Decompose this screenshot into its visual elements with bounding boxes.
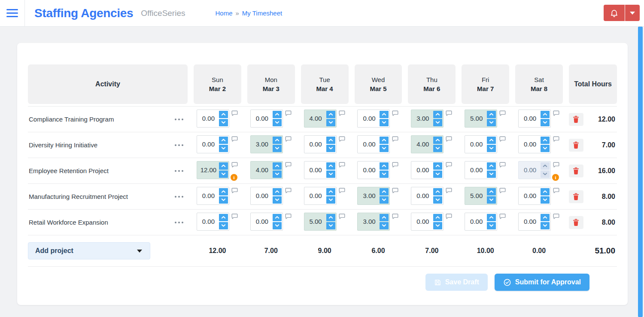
spinner-down-icon[interactable] xyxy=(541,145,550,152)
comment-icon[interactable] xyxy=(231,136,238,142)
spinner-down-icon[interactable] xyxy=(487,222,496,229)
spinner-down-icon[interactable] xyxy=(487,119,496,126)
spinner-down-icon[interactable] xyxy=(326,222,335,229)
comment-icon[interactable] xyxy=(553,213,560,219)
row-options-menu-icon[interactable] xyxy=(172,142,188,149)
comment-icon[interactable] xyxy=(553,110,560,116)
hours-input[interactable]: 3.00 xyxy=(250,135,283,153)
delete-row-button[interactable] xyxy=(569,190,583,203)
comment-icon[interactable] xyxy=(446,136,453,142)
comment-icon[interactable] xyxy=(392,136,399,142)
hours-input[interactable]: 0.00 xyxy=(465,135,497,153)
row-options-menu-icon[interactable] xyxy=(172,116,188,123)
spinner-up-icon[interactable] xyxy=(433,188,442,195)
spinner-up-icon[interactable] xyxy=(326,188,335,195)
comment-icon[interactable] xyxy=(553,188,560,194)
row-options-menu-icon[interactable] xyxy=(172,168,188,174)
spinner-up-icon[interactable] xyxy=(326,111,335,118)
spinner-up-icon[interactable] xyxy=(273,162,282,170)
hours-input[interactable]: 5.00 xyxy=(304,213,337,231)
hours-input[interactable]: 0.00 xyxy=(197,135,229,153)
spinner-up-icon[interactable] xyxy=(487,111,496,118)
spinner-up-icon[interactable] xyxy=(380,214,389,221)
hours-input[interactable]: 3.00 xyxy=(357,187,390,205)
spinner-down-icon[interactable] xyxy=(380,171,389,178)
comment-icon[interactable] xyxy=(499,136,506,142)
spinner-down-icon[interactable] xyxy=(541,196,550,204)
comment-icon[interactable] xyxy=(499,188,506,194)
save-draft-button[interactable]: Save Draft xyxy=(425,274,488,291)
spinner-down-icon[interactable] xyxy=(380,119,389,126)
row-options-menu-icon[interactable] xyxy=(172,219,188,226)
spinner-up-icon[interactable] xyxy=(219,111,228,118)
comment-icon[interactable] xyxy=(285,213,292,219)
hamburger-menu-icon[interactable] xyxy=(0,0,25,26)
comment-icon[interactable] xyxy=(499,162,506,168)
notifications-button[interactable] xyxy=(604,5,625,21)
comment-icon[interactable] xyxy=(392,162,399,168)
breadcrumb-home-link[interactable]: Home xyxy=(215,9,232,17)
vertical-scrollbar[interactable] xyxy=(638,27,643,317)
comment-icon[interactable] xyxy=(231,162,238,168)
spinner-down-icon[interactable] xyxy=(273,222,282,229)
hours-input[interactable]: 0.00 xyxy=(411,213,444,231)
spinner-down-icon[interactable] xyxy=(433,196,442,204)
hours-input[interactable]: 0.00 xyxy=(357,135,390,153)
delete-row-button[interactable] xyxy=(569,139,583,152)
hours-input[interactable]: 0.00 xyxy=(411,161,444,179)
comment-icon[interactable] xyxy=(285,110,292,116)
hours-input[interactable]: 5.00 xyxy=(465,187,497,205)
spinner-down-icon[interactable] xyxy=(487,145,496,152)
spinner-up-icon[interactable] xyxy=(380,111,389,118)
hours-input[interactable]: 0.00 xyxy=(304,135,337,153)
spinner-down-icon[interactable] xyxy=(380,196,389,204)
comment-icon[interactable] xyxy=(339,162,346,168)
spinner-down-icon[interactable] xyxy=(219,145,228,152)
hours-input[interactable]: 0.00 xyxy=(518,110,551,128)
spinner-down-icon[interactable] xyxy=(487,171,496,178)
spinner-up-icon[interactable] xyxy=(380,188,389,195)
hours-input[interactable]: 0.00 xyxy=(197,213,229,231)
hours-input[interactable]: 0.00 xyxy=(357,110,390,128)
delete-row-button[interactable] xyxy=(569,113,583,126)
spinner-down-icon[interactable] xyxy=(541,119,550,126)
spinner-down-icon[interactable] xyxy=(273,145,282,152)
comment-icon[interactable] xyxy=(499,213,506,219)
hours-input[interactable]: 0.00 xyxy=(465,161,497,179)
hours-input[interactable]: 0.00 xyxy=(197,187,229,205)
comment-icon[interactable] xyxy=(446,213,453,219)
spinner-down-icon[interactable] xyxy=(326,145,335,152)
spinner-up-icon[interactable] xyxy=(487,214,496,221)
spinner-up-icon[interactable] xyxy=(219,162,228,170)
comment-icon[interactable] xyxy=(339,110,346,116)
breadcrumb-current-link[interactable]: My Timesheet xyxy=(242,9,282,17)
hours-input[interactable]: 0.00 xyxy=(411,187,444,205)
spinner-down-icon[interactable] xyxy=(380,145,389,152)
spinner-up-icon[interactable] xyxy=(433,137,442,144)
comment-icon[interactable] xyxy=(231,213,238,219)
spinner-down-icon[interactable] xyxy=(219,222,228,229)
spinner-down-icon[interactable] xyxy=(433,222,442,229)
comment-icon[interactable] xyxy=(553,162,560,168)
hours-input[interactable]: 0.00 xyxy=(518,213,551,231)
comment-icon[interactable] xyxy=(285,188,292,194)
spinner-down-icon[interactable] xyxy=(326,119,335,126)
comment-icon[interactable] xyxy=(553,136,560,142)
spinner-down-icon[interactable] xyxy=(487,196,496,204)
spinner-up-icon[interactable] xyxy=(219,137,228,144)
hours-input[interactable]: 0.00 xyxy=(518,135,551,153)
spinner-up-icon[interactable] xyxy=(433,162,442,170)
hours-input[interactable]: 0.00 xyxy=(250,187,283,205)
hours-input[interactable]: 4.00 xyxy=(304,110,337,128)
spinner-up-icon[interactable] xyxy=(487,137,496,144)
spinner-down-icon[interactable] xyxy=(219,196,228,204)
spinner-down-icon[interactable] xyxy=(433,145,442,152)
spinner-up-icon[interactable] xyxy=(380,162,389,170)
spinner-up-icon[interactable] xyxy=(541,111,550,118)
spinner-down-icon[interactable] xyxy=(273,119,282,126)
spinner-up-icon[interactable] xyxy=(273,214,282,221)
spinner-up-icon[interactable] xyxy=(487,188,496,195)
spinner-down-icon[interactable] xyxy=(273,196,282,204)
comment-icon[interactable] xyxy=(231,110,238,116)
spinner-up-icon[interactable] xyxy=(326,214,335,221)
